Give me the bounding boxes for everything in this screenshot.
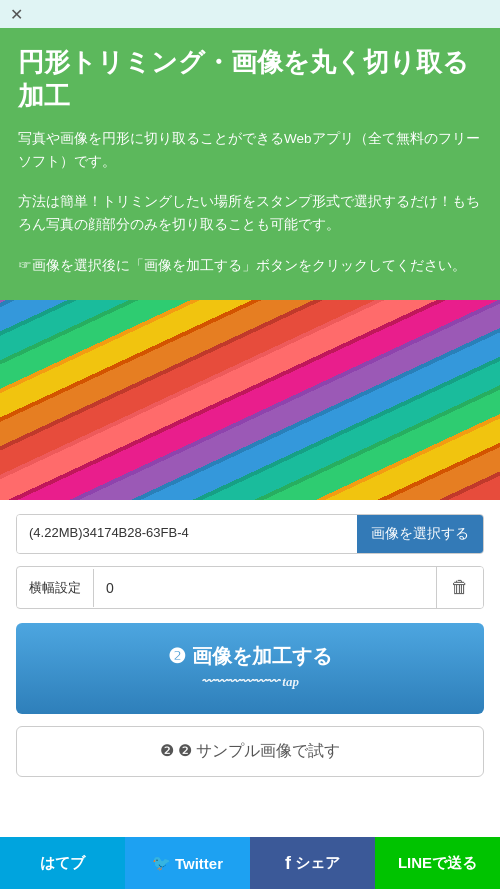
width-setting-row: 横幅設定 🗑	[16, 566, 484, 609]
process-button[interactable]: ❷ 画像を加工する 〰〰〰〰〰〰 tap	[16, 623, 484, 714]
twitter-label: Twitter	[175, 855, 223, 872]
sample-btn-label: ❷ サンプル画像で試す	[178, 742, 340, 759]
select-image-button[interactable]: 画像を選択する	[357, 515, 483, 553]
line-share-button[interactable]: LINEで送る	[375, 837, 500, 889]
width-label: 横幅設定	[17, 569, 94, 607]
twitter-share-button[interactable]: 🐦 Twitter	[125, 837, 250, 889]
controls-section: (4.22MB)34174B28-63FB-4 画像を選択する 横幅設定 🗑 ❷…	[0, 500, 500, 791]
sample-btn-arrow: ❷	[160, 742, 178, 759]
header-desc-3: ☞画像を選択後に「画像を加工する」ボタンをクリックしてください。	[18, 255, 482, 278]
hatebu-label: はてブ	[40, 854, 85, 873]
process-btn-main-text: ❷ 画像を加工する	[32, 643, 468, 670]
file-name-display: (4.22MB)34174B28-63FB-4	[17, 515, 357, 553]
sample-button[interactable]: ❷ ❷ サンプル画像で試す	[16, 726, 484, 777]
header-desc-2: 方法は簡単！トリミングしたい場所をスタンプ形式で選択するだけ！もちろん写真の顔部…	[18, 191, 482, 237]
pencils-visual	[0, 300, 500, 500]
facebook-icon: f	[285, 853, 291, 874]
twitter-icon: 🐦	[152, 854, 171, 872]
close-icon[interactable]: ✕	[10, 5, 23, 24]
process-btn-sub-text: 〰〰〰〰〰〰 tap	[32, 674, 468, 690]
header-section: 円形トリミング・画像を丸く切り取る加工 写真や画像を円形に切り取ることができるW…	[0, 28, 500, 300]
hatebu-share-button[interactable]: はてブ	[0, 837, 125, 889]
file-input-row: (4.22MB)34174B28-63FB-4 画像を選択する	[16, 514, 484, 554]
facebook-share-button[interactable]: f シェア	[250, 837, 375, 889]
delete-button[interactable]: 🗑	[436, 567, 483, 608]
width-input[interactable]	[94, 570, 436, 606]
image-preview	[0, 300, 500, 500]
page-title: 円形トリミング・画像を丸く切り取る加工	[18, 46, 482, 114]
facebook-label: シェア	[295, 854, 340, 873]
line-label: LINEで送る	[398, 854, 477, 873]
top-bar: ✕	[0, 0, 500, 28]
cursor-icon: ☞	[18, 258, 32, 273]
header-desc-1: 写真や画像を円形に切り取ることができるWebアプリ（全て無料のフリーソフト）です…	[18, 128, 482, 174]
share-bar: はてブ 🐦 Twitter f シェア LINEで送る	[0, 837, 500, 889]
